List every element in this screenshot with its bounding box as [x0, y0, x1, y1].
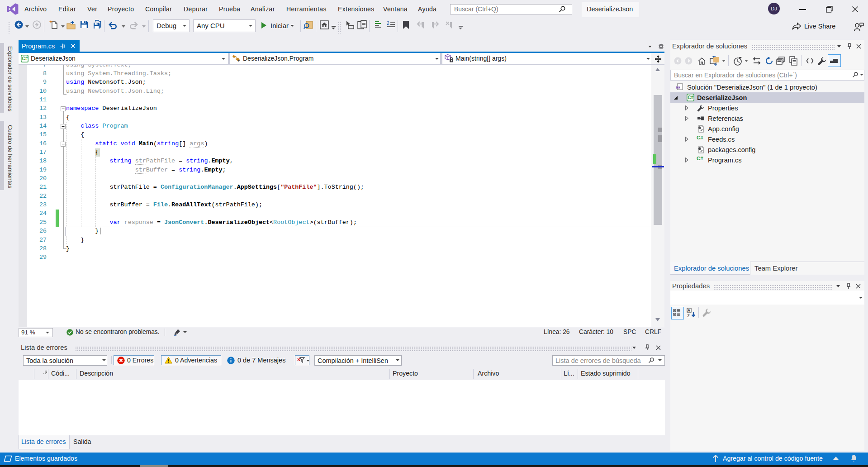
- svg-text:C#: C#: [22, 56, 28, 61]
- svg-text:A: A: [688, 308, 690, 313]
- svg-text:2: 2: [387, 21, 389, 26]
- svg-text:C#: C#: [688, 95, 694, 100]
- svg-text:Z: Z: [688, 314, 690, 318]
